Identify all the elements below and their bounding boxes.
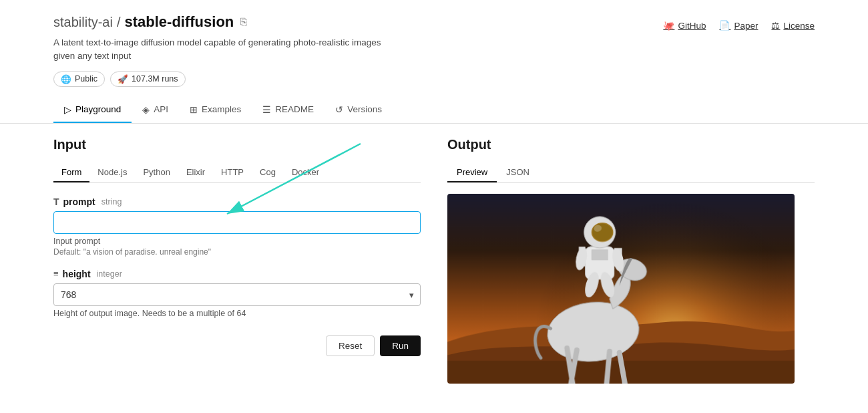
badge-runs-label: 107.3M runs <box>132 74 178 84</box>
readme-icon: ☰ <box>262 104 271 115</box>
output-image-container <box>447 194 795 384</box>
versions-icon: ↺ <box>335 104 343 115</box>
run-button[interactable]: Run <box>380 335 421 356</box>
repo-name: stable-diffusion <box>124 13 234 31</box>
paper-icon: 📄 <box>719 20 730 31</box>
tab-examples[interactable]: ⊞ Examples <box>179 98 252 123</box>
main-content: Input Form Node.js Python Elixir HTTP Co… <box>0 137 868 384</box>
prompt-hint: Input prompt <box>53 237 421 246</box>
output-canvas <box>447 194 795 384</box>
reset-button[interactable]: Reset <box>326 335 375 356</box>
height-field-type: integer <box>97 269 122 279</box>
copy-icon[interactable]: ⎘ <box>240 16 247 28</box>
height-type-icon: ≡ <box>53 269 59 279</box>
code-tab-docker[interactable]: Docker <box>284 163 327 182</box>
tab-versions[interactable]: ↺ Versions <box>324 98 393 123</box>
repo-org: stability-ai <box>53 15 113 30</box>
playground-icon: ▷ <box>64 104 71 115</box>
prompt-default: Default: "a vision of paradise. unreal e… <box>53 247 421 257</box>
code-tab-http[interactable]: HTTP <box>213 163 252 182</box>
input-section: Input Form Node.js Python Elixir HTTP Co… <box>53 137 421 384</box>
output-tab-preview[interactable]: Preview <box>447 163 497 182</box>
paper-link[interactable]: 📄 Paper <box>719 20 758 31</box>
license-link[interactable]: ⚖ License <box>771 20 815 31</box>
output-tab-json[interactable]: JSON <box>497 163 539 182</box>
tab-api[interactable]: ◈ API <box>132 98 179 123</box>
repo-description: A latent text-to-image diffusion model c… <box>53 36 387 63</box>
github-link[interactable]: 🐙 GitHub <box>663 20 706 31</box>
runs-icon: 🚀 <box>118 74 128 84</box>
input-title: Input <box>53 137 421 152</box>
prompt-type-icon: T <box>53 196 59 207</box>
height-select-wrapper: 512 640 704 768 832 896 960 1024 ▾ <box>53 283 421 306</box>
badge-runs: 🚀 107.3M runs <box>110 72 185 87</box>
output-title: Output <box>447 137 815 152</box>
height-field-name: height <box>63 269 91 279</box>
api-icon: ◈ <box>142 104 150 115</box>
code-tabs: Form Node.js Python Elixir HTTP Cog Dock… <box>53 163 421 183</box>
badge-public-label: Public <box>75 74 97 84</box>
header-links: 🐙 GitHub 📄 Paper ⚖ License <box>663 20 815 31</box>
code-tab-python[interactable]: Python <box>135 163 178 182</box>
output-tabs: Preview JSON <box>447 163 815 183</box>
output-section: Output Preview JSON <box>447 137 815 384</box>
code-tab-elixir[interactable]: Elixir <box>178 163 213 182</box>
badge-public: 🌐 Public <box>53 72 105 87</box>
examples-icon: ⊞ <box>190 104 198 115</box>
tab-playground[interactable]: ▷ Playground <box>53 98 132 123</box>
form-buttons: Reset Run <box>53 330 421 356</box>
code-tab-form[interactable]: Form <box>53 163 89 182</box>
github-icon: 🐙 <box>663 20 674 31</box>
height-field: ≡ height integer 512 640 704 768 832 896… <box>53 269 421 318</box>
code-tab-cog[interactable]: Cog <box>252 163 284 182</box>
height-hint: Height of output image. Needs to be a mu… <box>53 309 421 318</box>
prompt-field-type: string <box>101 197 122 206</box>
height-select[interactable]: 512 640 704 768 832 896 960 1024 <box>53 283 421 306</box>
repo-slash: / <box>117 15 121 30</box>
nav-tabs: ▷ Playground ◈ API ⊞ Examples ☰ README ↺… <box>0 98 868 124</box>
prompt-field: T prompt string Input prompt Default: "a… <box>53 196 421 257</box>
license-icon: ⚖ <box>771 20 780 31</box>
prompt-field-name: prompt <box>63 196 95 207</box>
public-icon: 🌐 <box>61 74 71 84</box>
code-tab-nodejs[interactable]: Node.js <box>89 163 135 182</box>
tab-readme[interactable]: ☰ README <box>252 98 324 123</box>
prompt-input[interactable] <box>53 211 421 234</box>
